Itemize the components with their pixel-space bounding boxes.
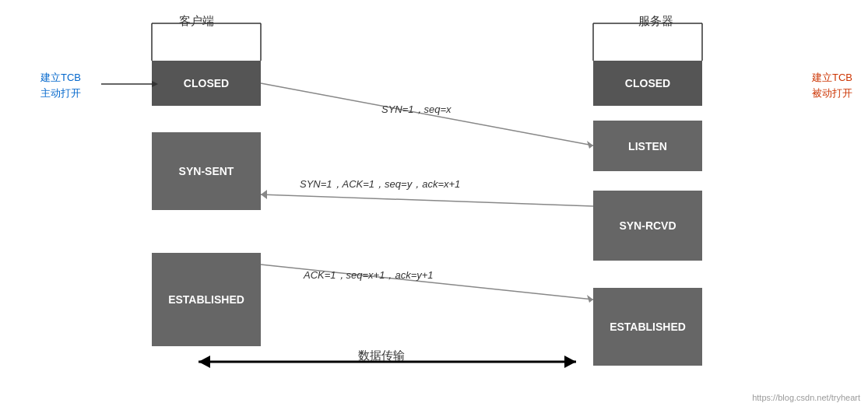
- server-closed-box: CLOSED: [593, 61, 702, 106]
- server-established-box: ESTABLISHED: [593, 288, 702, 366]
- svg-marker-9: [587, 141, 593, 149]
- client-established-box: ESTABLISHED: [152, 253, 261, 346]
- client-column-label: 客户端: [179, 14, 214, 29]
- server-column-label: 服务器: [638, 14, 673, 29]
- server-listen-box: LISTEN: [593, 121, 702, 171]
- svg-marker-16: [564, 356, 576, 368]
- svg-line-10: [261, 194, 593, 206]
- left-annotation: 建立TCB 主动打开: [40, 70, 81, 100]
- watermark: https://blog.csdn.net/tryheart: [752, 393, 860, 402]
- svg-marker-15: [199, 356, 210, 368]
- client-syn-sent-box: SYN-SENT: [152, 132, 261, 210]
- msg3-label: ACK=1，seq=x+1，ack=y+1: [304, 268, 434, 282]
- arrows-svg: [0, 0, 868, 410]
- client-closed-box: CLOSED: [152, 61, 261, 106]
- diagram-container: 客户端 服务器 建立TCB 主动打开 建立TCB 被动打开 CLOSED SYN…: [0, 0, 868, 410]
- right-annotation: 建立TCB 被动打开: [812, 70, 852, 100]
- svg-marker-13: [587, 295, 593, 303]
- msg1-label: SYN=1，seq=x: [381, 103, 452, 117]
- svg-marker-11: [261, 190, 267, 199]
- msg2-label: SYN=1，ACK=1，seq=y，ack=x+1: [300, 177, 460, 191]
- server-syn-rcvd-box: SYN-RCVD: [593, 191, 702, 261]
- data-transfer-label: 数据传输: [358, 349, 405, 363]
